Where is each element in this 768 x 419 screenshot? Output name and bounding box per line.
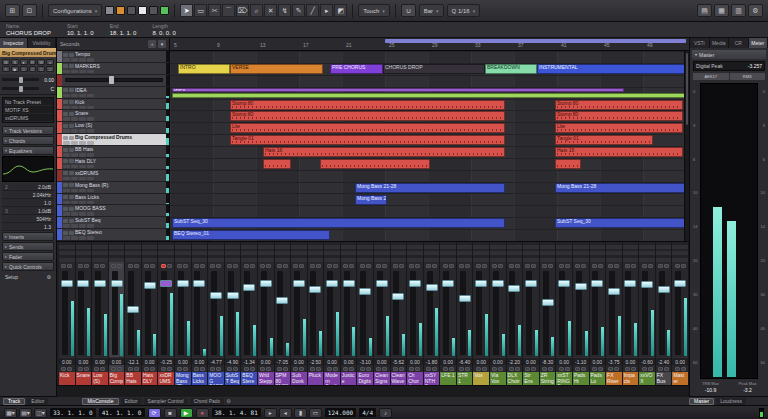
- channel-solo-button[interactable]: [614, 264, 619, 268]
- track-mini-button[interactable]: [63, 153, 70, 157]
- channel-solo-button[interactable]: [482, 264, 487, 268]
- track-row-subst-beq[interactable]: SubST Beq: [57, 217, 169, 229]
- track-mini-button[interactable]: [71, 94, 78, 98]
- channel-mini-button[interactable]: [565, 367, 570, 371]
- track-mini-button[interactable]: [87, 117, 94, 121]
- channel-solo-button[interactable]: [349, 264, 354, 268]
- channel-mini-button[interactable]: [525, 367, 530, 371]
- channel-mute-button[interactable]: [658, 264, 663, 268]
- timeline-ruler[interactable]: 5913172125293337414549: [170, 38, 689, 51]
- channel-level-value[interactable]: -4.77: [208, 357, 224, 365]
- track-mini-button[interactable]: [87, 212, 94, 216]
- mixer-channel-str-ens[interactable]: 0.00Str Ens: [523, 242, 540, 385]
- fader-handle[interactable]: [392, 293, 404, 300]
- fader-handle[interactable]: [376, 280, 388, 287]
- channel-mini-button[interactable]: [117, 367, 122, 371]
- mixer-channel-wrld-stepper[interactable]: 0.00Wrld Stepper: [258, 242, 275, 385]
- tempo-display[interactable]: 124.000: [325, 408, 356, 417]
- track-row-snare[interactable]: Snare: [57, 110, 169, 122]
- mixer-channel-xxstrings[interactable]: 0.00xxSTRINGS: [556, 242, 573, 385]
- fader-handle[interactable]: [525, 280, 537, 287]
- channel-fader[interactable]: [490, 269, 506, 357]
- channel-solo-button[interactable]: [216, 264, 221, 268]
- channel-solo-button[interactable]: [664, 264, 669, 268]
- insert-slots[interactable]: [424, 242, 440, 262]
- mute-button[interactable]: [63, 231, 68, 235]
- toolbar-toggle-button[interactable]: [160, 6, 169, 15]
- channel-mute-button[interactable]: [111, 264, 116, 268]
- channel-level-value[interactable]: 0.00: [76, 357, 92, 365]
- track-control-button[interactable]: □: [20, 66, 28, 72]
- solo-button[interactable]: [69, 195, 74, 199]
- channel-mini-button[interactable]: [150, 367, 155, 371]
- channel-mini-button[interactable]: [84, 367, 89, 371]
- track-mini-button[interactable]: [79, 189, 86, 193]
- track-mini-button[interactable]: [87, 129, 94, 133]
- channel-name-label[interactable]: Clean Waves: [391, 372, 407, 385]
- track-mini-button[interactable]: [79, 212, 86, 216]
- arrange-event[interactable]: [555, 159, 581, 169]
- channel-mini-button[interactable]: [608, 367, 613, 371]
- metronome-click-button[interactable]: ♪: [379, 408, 392, 418]
- arrange-event[interactable]: Mong Bass 29: [355, 195, 387, 205]
- channel-mini-button[interactable]: [559, 367, 564, 371]
- inspector-section-fader[interactable]: ▸Fader: [2, 252, 54, 261]
- channel-mute-button[interactable]: [177, 264, 182, 268]
- channel-name-label[interactable]: Vox: [473, 372, 489, 385]
- window-layout-button[interactable]: ⊞: [5, 4, 20, 17]
- mixer-channel-big-compressed-drums[interactable]: 0.00Big Compressed Drums: [109, 242, 126, 385]
- track-row-big-compressed-drums[interactable]: Big Compressed Drums: [57, 134, 169, 146]
- channel-solo-button[interactable]: [316, 264, 321, 268]
- channel-mini-button[interactable]: [415, 367, 420, 371]
- erase-tool[interactable]: ⌦: [236, 4, 249, 17]
- channel-mini-button[interactable]: [194, 367, 199, 371]
- insert-slots[interactable]: [656, 242, 672, 262]
- channel-level-value[interactable]: -6.40: [457, 357, 473, 365]
- mute-button[interactable]: [63, 136, 68, 140]
- channel-level-value[interactable]: 0.00: [623, 357, 639, 365]
- channel-mini-button[interactable]: [360, 367, 365, 371]
- inspector-tab-visibility[interactable]: Visibility: [28, 38, 56, 48]
- mixer-channel-ch-chorder[interactable]: 0.00Ch Chorder: [407, 242, 424, 385]
- rightzone-tab-media[interactable]: Media: [710, 38, 730, 48]
- fader-handle[interactable]: [160, 280, 172, 287]
- channel-name-label[interactable]: xxSYNTHS: [424, 372, 440, 385]
- mute-button[interactable]: [63, 64, 68, 68]
- grid-type-dropdown[interactable]: Bar ▾: [419, 4, 444, 17]
- arrange-event[interactable]: Stomp 80: [230, 100, 505, 110]
- channel-name-label[interactable]: SPM 80 21/38: [275, 372, 291, 385]
- track-mini-button[interactable]: [87, 201, 94, 205]
- channel-level-value[interactable]: 0.00: [324, 357, 340, 365]
- mute-button[interactable]: [63, 148, 68, 152]
- eq-parameter-row[interactable]: 1.0: [2, 199, 54, 207]
- solo-button[interactable]: [69, 159, 74, 163]
- mixer-channel-xxsynths[interactable]: -1.80xxSYNTHS: [424, 242, 441, 385]
- channel-mute-button[interactable]: [559, 264, 564, 268]
- insert-slots[interactable]: [308, 242, 324, 262]
- object-selection-tool[interactable]: ➤: [180, 4, 193, 17]
- channel-mini-button[interactable]: [542, 367, 547, 371]
- channel-fader[interactable]: [241, 269, 257, 357]
- mute-button[interactable]: [63, 124, 68, 128]
- eq-parameter-row[interactable]: 31.0dB: [2, 207, 54, 215]
- channel-level-value[interactable]: 0.00: [341, 357, 357, 365]
- channel-mute-button[interactable]: [210, 264, 215, 268]
- rightzone-tab-meter[interactable]: Meter: [749, 38, 768, 48]
- channel-mini-button[interactable]: [432, 367, 437, 371]
- channel-solo-button[interactable]: [415, 264, 420, 268]
- channel-mini-button[interactable]: [548, 367, 553, 371]
- insert-slots[interactable]: [440, 242, 456, 262]
- mute-button[interactable]: [63, 195, 68, 199]
- track-mini-button[interactable]: [71, 189, 78, 193]
- channel-name-label[interactable]: xxVOX: [639, 372, 655, 385]
- channel-level-value[interactable]: 0.00: [175, 357, 191, 365]
- fader-handle[interactable]: [558, 280, 570, 287]
- solo-button[interactable]: [69, 88, 74, 92]
- insert-slots[interactable]: [109, 242, 125, 262]
- solo-button[interactable]: [69, 219, 74, 223]
- channel-level-value[interactable]: 0.00: [291, 357, 307, 365]
- fader-handle[interactable]: [111, 280, 123, 287]
- channel-fader[interactable]: [540, 269, 556, 357]
- track-mini-button[interactable]: [71, 165, 78, 169]
- track-control-button[interactable]: S: [11, 59, 19, 65]
